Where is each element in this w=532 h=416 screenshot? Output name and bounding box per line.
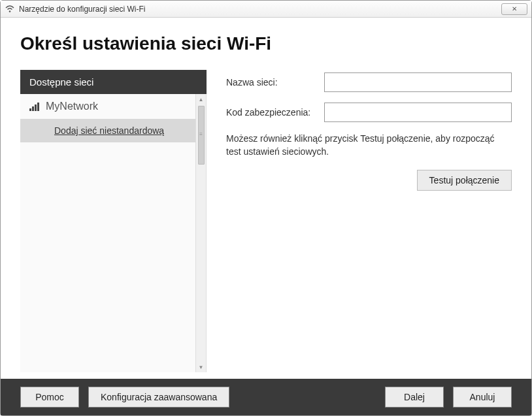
- network-item-mynetwork[interactable]: MyNetwork: [20, 94, 206, 119]
- help-button[interactable]: Pomoc: [20, 387, 79, 408]
- signal-strength-icon: [29, 102, 39, 111]
- wifi-app-icon: [5, 4, 15, 14]
- titlebar: Narzędzie do konfiguracji sieci Wi-Fi ✕: [1, 1, 531, 18]
- network-name: MyNetwork: [46, 101, 98, 112]
- network-list-scrollbar: ▲ ▼: [195, 94, 206, 372]
- network-name-input[interactable]: [324, 72, 512, 92]
- close-icon: ✕: [512, 5, 517, 12]
- available-networks-panel: Dostępne sieci MyNetwork Dodaj sieć nies…: [20, 70, 207, 372]
- network-list: MyNetwork Dodaj sieć niestandardową ▲ ▼: [20, 94, 207, 372]
- content-area: Określ ustawienia sieci Wi-Fi Dostępne s…: [1, 18, 531, 379]
- scroll-down-arrow[interactable]: ▼: [196, 362, 206, 372]
- scroll-up-arrow[interactable]: ▲: [196, 94, 206, 104]
- close-button[interactable]: ✕: [501, 3, 527, 15]
- wifi-config-window: Narzędzie do konfiguracji sieci Wi-Fi ✕ …: [0, 0, 532, 416]
- footer-bar: Pomoc Konfiguracja zaawansowana Dalej An…: [1, 379, 531, 415]
- svg-point-0: [9, 10, 11, 12]
- scroll-thumb[interactable]: [198, 106, 205, 165]
- available-networks-header: Dostępne sieci: [20, 70, 207, 94]
- advanced-config-button[interactable]: Konfiguracja zaawansowana: [88, 387, 229, 408]
- main-row: Dostępne sieci MyNetwork Dodaj sieć nies…: [20, 70, 512, 372]
- cancel-button[interactable]: Anuluj: [453, 387, 512, 408]
- security-code-row: Kod zabezpieczenia:: [226, 103, 512, 122]
- next-button[interactable]: Dalej: [385, 387, 444, 408]
- network-name-row: Nazwa sieci:: [226, 72, 512, 92]
- titlebar-title: Narzędzie do konfiguracji sieci Wi-Fi: [19, 5, 501, 14]
- network-settings-form: Nazwa sieci: Kod zabezpieczenia: Możesz …: [226, 70, 512, 372]
- test-connection-button[interactable]: Testuj połączenie: [417, 170, 512, 191]
- connection-test-hint: Możesz również kliknąć przycisk Testuj p…: [226, 133, 512, 158]
- security-code-label: Kod zabezpieczenia:: [226, 107, 324, 118]
- security-code-input[interactable]: [324, 103, 512, 122]
- add-custom-network-link[interactable]: Dodaj sieć niestandardową: [20, 119, 206, 142]
- page-title: Określ ustawienia sieci Wi-Fi: [20, 33, 512, 54]
- network-name-label: Nazwa sieci:: [226, 77, 324, 88]
- test-button-row: Testuj połączenie: [226, 170, 512, 191]
